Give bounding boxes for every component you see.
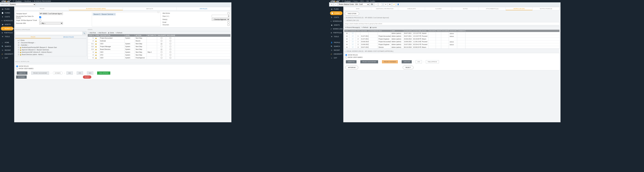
- log-row[interactable]: ✉📄125-06-2014Project AccountantAdmin (ad…: [344, 40, 560, 43]
- save-icon[interactable]: 💾: [370, 3, 374, 6]
- user-icon[interactable]: 👤: [396, 3, 400, 6]
- sidebar-item-workflows[interactable]: ✔WORKFLOWS: [329, 27, 343, 31]
- step-row[interactable]: 2🔒EstimateBranch: [88, 40, 230, 42]
- col-header[interactable]: DOCUSIGN: [166, 34, 175, 37]
- step-row[interactable]: 3🔒CEOSystemNext StepStep 1: [88, 51, 230, 54]
- reject-button[interactable]: REJECT: [403, 66, 414, 69]
- flow-node[interactable]: PROJECT ACCOUNTANT: [360, 60, 378, 63]
- sidebar-item-home[interactable]: ⌂HOME: [0, 40, 14, 44]
- breadcrumb-forms[interactable]: Forms: [354, 0, 358, 2]
- role-tree-item[interactable]: ☐ 🔒 Board Directors (admin - Admin ): [16, 54, 86, 56]
- col-header[interactable]: COMMENTS: [457, 30, 466, 32]
- tab-main[interactable]: MAIN: [344, 7, 371, 10]
- flow-node[interactable]: SUBMITTER: [346, 60, 356, 63]
- step-row[interactable]: 2.2🔒Project ManagerSystemNext Step: [88, 45, 230, 48]
- delegate-checkbox[interactable]: [161, 37, 162, 39]
- tab-clauses[interactable]: CLAUSES: [425, 7, 452, 10]
- flow-node[interactable]: SUBMITTER: [17, 72, 28, 74]
- log-row[interactable]: ✉📄320-07-2015DirectorAdmin (admin)08-10-…: [344, 46, 560, 48]
- docusign-checkbox[interactable]: [170, 40, 171, 42]
- tab-defaults[interactable]: DEFAULTS: [123, 7, 176, 10]
- role-tree-item[interactable]: ☑ -- Submitter --: [16, 44, 86, 46]
- step-tool--add-role[interactable]: + Add Role: [89, 32, 96, 34]
- flow-node[interactable]: CEO: [87, 72, 93, 74]
- sidebar-item-search[interactable]: 🔍SEARCH: [329, 44, 343, 48]
- flow-node[interactable]: FINAL APPROVE: [426, 60, 439, 63]
- log-tool-layouts[interactable]: ▦ Layouts: [370, 27, 377, 28]
- onscreen-checkbox[interactable]: [228, 24, 230, 26]
- tab-workflow-3-4-[interactable]: WORKFLOW (3/4): [506, 7, 533, 10]
- breadcrumb-workflows[interactable]: Workflows: [24, 0, 31, 2]
- info-icon[interactable]: ⓘ: [342, 0, 344, 2]
- log-row[interactable]: ✉📄231-07-2011Project EngineerAdmin (admi…: [344, 38, 560, 40]
- search-icon[interactable]: 🔍: [82, 32, 86, 35]
- sidebar-item-exit[interactable]: ⎋EXIT: [0, 56, 14, 60]
- col-header[interactable]: ACTION: [421, 30, 428, 32]
- step-row[interactable]: 2.3🔒Board DirectorsSystemNext Step: [88, 48, 230, 51]
- col-header[interactable]: SIGNATURE: [449, 30, 457, 32]
- roles-search-input[interactable]: [15, 32, 82, 35]
- role-tree-item[interactable]: ☐ 🔒 Business Group Head of Finance (admi…: [16, 56, 86, 56]
- col-header[interactable]: RETURN TO: [147, 34, 157, 37]
- tab-attachments-11-[interactable]: ATTACHMENTS (11): [479, 7, 506, 10]
- sidebar-item-exit[interactable]: ⎋EXIT: [329, 56, 343, 60]
- log-row[interactable]: ✉📄215-06-2015Project EngineerAdmin (admi…: [344, 43, 560, 46]
- flow-node[interactable]: PROJECT ENGINEER: [382, 60, 398, 63]
- show-users-radio[interactable]: [16, 68, 18, 70]
- sidebar-item-plans[interactable]: ▤PLANS: [0, 7, 14, 11]
- role-tree-item[interactable]: ▸ ☐ Roles: [16, 39, 86, 42]
- sidebar-item-portfolio[interactable]: ⊕PORTFOLIO: [329, 31, 343, 35]
- sidebar-item-tools[interactable]: ⚒TOOLS: [329, 35, 343, 38]
- docusign-checkbox[interactable]: [170, 54, 171, 56]
- sidebar-item-schedules[interactable]: ≡SCHEDULES: [329, 19, 343, 23]
- user-chip[interactable]: Bassam.S - Bassam Samman×: [93, 13, 116, 16]
- role-tree-item[interactable]: ☐ 🔒 Approver (Bassam.S - Bassam Samman): [16, 49, 86, 51]
- docusign-checkbox[interactable]: [170, 51, 171, 53]
- sidebar-item-assets[interactable]: ▣ASSETS: [0, 22, 14, 26]
- reject-node[interactable]: REJECT: [83, 76, 91, 78]
- tab-notes[interactable]: NOTES: [452, 7, 479, 10]
- docusign-checkbox[interactable]: [170, 48, 171, 50]
- bp-title[interactable]: ＋ BUSINESS PROCESS (01 - WF-000001 Cost …: [344, 17, 560, 19]
- step-tool--add-branch[interactable]: + Add Branch: [98, 32, 106, 34]
- email-checkbox[interactable]: [228, 21, 230, 23]
- sidebar-item-university[interactable]: 🎓UNIVERSITY: [329, 52, 343, 56]
- step-row[interactable]: 1🔒Project AccountantSystemNext Step: [88, 37, 230, 40]
- flow-node[interactable]: ESTIMATE: [53, 72, 62, 74]
- project-select[interactable]: Boston Medical Center - 004 - Confl: [338, 3, 369, 6]
- select-level[interactable]: (System): [9, 3, 36, 6]
- sidebar-item-portfolio[interactable]: ⊕PORTFOLIO: [0, 31, 14, 35]
- tab-additional-information[interactable]: ADDITIONAL INFORMATION: [371, 7, 398, 10]
- col-header[interactable]: TYPE: [94, 34, 99, 37]
- docusign-checkbox[interactable]: [170, 46, 171, 47]
- col-header[interactable]: STEP: [356, 30, 360, 32]
- chip-remove-icon[interactable]: ×: [114, 14, 115, 15]
- flow-node[interactable]: FINAL APPROVE: [97, 72, 110, 74]
- flow-node[interactable]: CFO: [416, 60, 422, 63]
- show-roles-radio[interactable]: [16, 65, 18, 67]
- withdraw-button[interactable]: WITHDRAW: [345, 66, 358, 69]
- info-icon[interactable]: ⓘ: [13, 0, 14, 2]
- col-header[interactable]: LEVEL: [124, 34, 135, 37]
- sidebar-item-tools[interactable]: ⚒TOOLS: [0, 35, 14, 38]
- step-row[interactable]: 2.1🔒CEOSystemNext Step: [88, 42, 230, 45]
- col-header[interactable]: ACTION DATE: [403, 30, 412, 32]
- tab-apm-rules[interactable]: APM RULES: [176, 7, 230, 10]
- sidebar-item-recent[interactable]: ↻RECENT: [329, 48, 343, 52]
- sidebar-item-costs[interactable]: $COSTS: [329, 16, 343, 19]
- sidebar-item-costs[interactable]: $COSTS: [0, 15, 14, 19]
- breadcrumb-portfolio[interactable]: (Portfolio): [15, 0, 22, 2]
- flow-node[interactable]: CFO: [77, 72, 83, 74]
- col-header[interactable]: ATTACHMENTS: [369, 30, 378, 32]
- sidebar-item-workflows[interactable]: ✔WORKFLOWS: [1, 27, 13, 30]
- step-tool-refresh[interactable]: ↻ Refresh: [116, 32, 122, 34]
- col-header[interactable]: DESCRIPTION: [99, 34, 124, 37]
- col-header[interactable]: DOCUMENT VALUE: [441, 30, 449, 32]
- delegate-checkbox[interactable]: [161, 40, 162, 42]
- days-input[interactable]: [212, 15, 230, 18]
- tab-checklists[interactable]: CHECKLISTS: [398, 7, 425, 10]
- docusign-checkbox[interactable]: [170, 37, 171, 39]
- delegate-checkbox[interactable]: [161, 57, 162, 58]
- recalc-checkbox[interactable]: [39, 16, 41, 18]
- tab-notifications-8-[interactable]: NOTIFICATIONS (8): [532, 7, 560, 10]
